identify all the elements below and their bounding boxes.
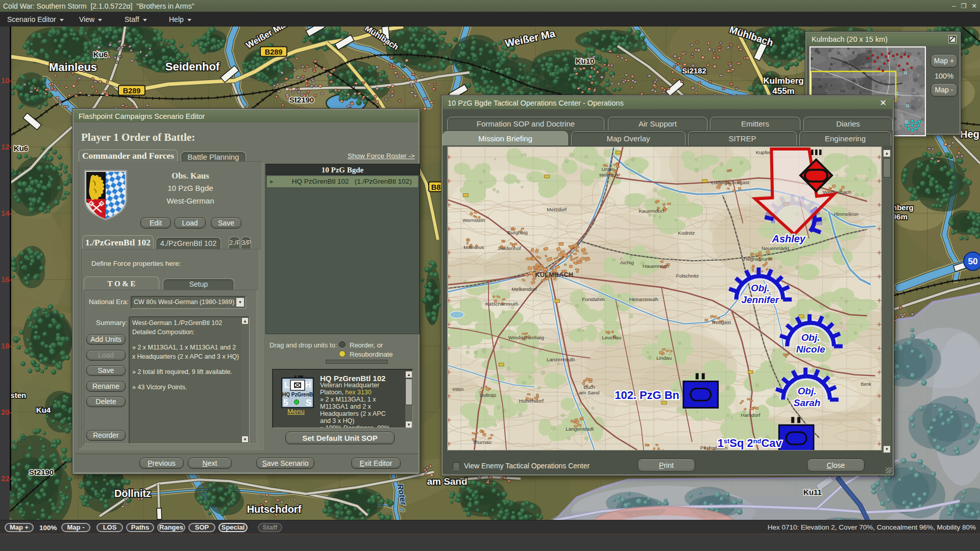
svg-text:Nicole: Nicole bbox=[796, 344, 825, 355]
svg-text:96m: 96m bbox=[892, 212, 908, 221]
svg-text:Seidenhof: Seidenhof bbox=[165, 60, 220, 73]
svg-text:am Sand: am Sand bbox=[579, 390, 600, 395]
svg-text:Langenstadt: Langenstadt bbox=[566, 426, 594, 432]
svg-text:S: S bbox=[306, 398, 311, 408]
svg-text:HQ PzGrenB: HQ PzGrenB bbox=[282, 392, 313, 397]
svg-text:Kauerndorf: Kauerndorf bbox=[639, 208, 664, 214]
svg-text:Metzdorf: Metzdorf bbox=[547, 207, 567, 212]
svg-text:22-: 22- bbox=[1, 474, 12, 483]
svg-text:Ku10: Ku10 bbox=[576, 57, 595, 65]
svg-text:Harsdorf: Harsdorf bbox=[741, 412, 760, 418]
svg-text:Trebgast: Trebgast bbox=[711, 319, 731, 325]
svg-text:Himmelkron: Himmelkron bbox=[834, 212, 859, 217]
svg-text:KULMBACH: KULMBACH bbox=[535, 271, 573, 279]
svg-text:St2190: St2190 bbox=[29, 468, 54, 477]
svg-text:20-: 20- bbox=[1, 408, 12, 416]
svg-text:Ku4: Ku4 bbox=[36, 406, 51, 414]
svg-text:hberg: hberg bbox=[892, 203, 914, 212]
svg-text:Hauenreuth: Hauenreuth bbox=[643, 263, 669, 269]
svg-text:50: 50 bbox=[968, 257, 978, 266]
svg-text:18-: 18- bbox=[1, 341, 12, 350]
svg-text:Ku6: Ku6 bbox=[14, 144, 28, 153]
svg-text:12-: 12- bbox=[1, 142, 12, 151]
svg-text:Benk: Benk bbox=[861, 382, 871, 387]
svg-text:Forstlahm: Forstlahm bbox=[582, 296, 604, 302]
svg-text:esten: esten bbox=[452, 387, 463, 392]
svg-text:Hutschdorf: Hutschdorf bbox=[247, 504, 302, 515]
svg-text:Windischenhaig: Windischenhaig bbox=[508, 335, 544, 340]
svg-text:Si2182: Si2182 bbox=[682, 66, 706, 75]
svg-text:Obj.: Obj. bbox=[751, 283, 770, 293]
svg-text:Katschenreuth: Katschenreuth bbox=[485, 301, 518, 307]
svg-text:B289: B289 bbox=[123, 87, 141, 95]
svg-text:Neuenmarkt: Neuenmarkt bbox=[762, 245, 789, 251]
svg-text:Aichig: Aichig bbox=[620, 260, 634, 265]
svg-text:Ludwigschorgast: Ludwigschorgast bbox=[711, 180, 749, 185]
svg-text:102. PzG Bn: 102. PzG Bn bbox=[615, 389, 679, 402]
svg-text:Mainleus: Mainleus bbox=[49, 61, 97, 73]
svg-text:Ku11: Ku11 bbox=[803, 488, 822, 496]
svg-text:Thurnau: Thurnau bbox=[473, 439, 492, 445]
svg-text:Folschnitz: Folschnitz bbox=[676, 273, 699, 279]
svg-text:Melkendorf: Melkendorf bbox=[511, 286, 536, 292]
svg-text:10-: 10- bbox=[1, 76, 12, 85]
svg-text:Sarah: Sarah bbox=[794, 397, 821, 408]
svg-text:L: L bbox=[284, 381, 289, 389]
svg-text:Unter-: Unter- bbox=[602, 166, 616, 172]
svg-text:Jennifer: Jennifer bbox=[742, 294, 780, 305]
svg-text:Buch: Buch bbox=[583, 384, 595, 390]
svg-text:Leuchau: Leuchau bbox=[602, 335, 621, 340]
svg-text:H: H bbox=[305, 381, 311, 389]
svg-text:16-: 16- bbox=[1, 275, 12, 284]
svg-text:Lanzenreuth: Lanzenreuth bbox=[547, 357, 575, 362]
svg-text:Ashley: Ashley bbox=[772, 233, 806, 244]
svg-text:Obj.: Obj. bbox=[801, 332, 820, 343]
svg-text:Kupfer: Kupfer bbox=[756, 149, 771, 155]
svg-text:steinach: steinach bbox=[599, 172, 618, 178]
svg-text:St2190: St2190 bbox=[289, 95, 314, 104]
svg-text:Dollnitz: Dollnitz bbox=[480, 392, 497, 398]
svg-text:5: 5 bbox=[283, 398, 288, 408]
svg-text:Burghaig: Burghaig bbox=[507, 230, 528, 235]
svg-text:Kulmberg: Kulmberg bbox=[763, 76, 803, 86]
svg-text:Obj.: Obj. bbox=[798, 386, 817, 396]
svg-text:Hegnabrunn: Hegnabrunn bbox=[744, 256, 772, 262]
svg-text:14-: 14- bbox=[1, 209, 12, 217]
svg-text:Wernstein: Wernstein bbox=[462, 218, 485, 223]
svg-text:am Sand: am Sand bbox=[427, 476, 467, 487]
svg-text:Lindau: Lindau bbox=[656, 355, 672, 361]
svg-text:Kodnitz: Kodnitz bbox=[678, 230, 695, 236]
svg-text:Ku6: Ku6 bbox=[93, 50, 108, 59]
svg-text:Mainleus: Mainleus bbox=[463, 244, 484, 250]
svg-text:Hutschdorf: Hutschdorf bbox=[519, 398, 544, 404]
svg-text:Hegna: Hegna bbox=[960, 129, 980, 140]
svg-text:Döllnitz: Döllnitz bbox=[114, 488, 151, 499]
svg-text:B289: B289 bbox=[265, 48, 283, 56]
svg-text:Heinersreuth: Heinersreuth bbox=[629, 296, 658, 302]
svg-text:Seidenhof: Seidenhof bbox=[498, 245, 521, 251]
